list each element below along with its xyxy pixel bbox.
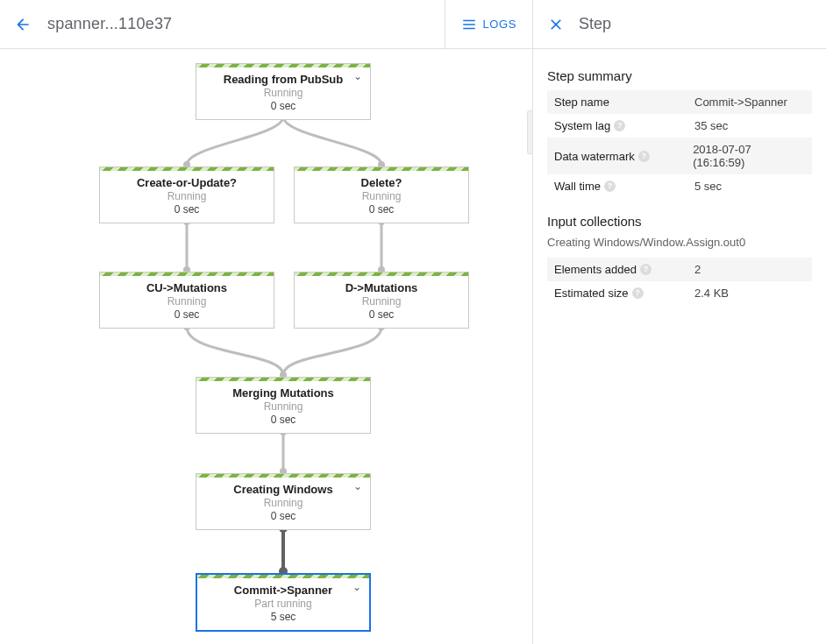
job-title: spanner...110e37 [47,15,172,33]
node-time: 0 sec [103,203,270,216]
node-name: CU->Mutations [103,281,270,294]
node-cu-mutations[interactable]: CU->Mutations Running 0 sec [99,272,274,329]
row-wall-time: Wall time? 5 sec [547,174,812,198]
panel-resize-handle[interactable] [527,110,532,154]
node-time: 5 sec [201,611,366,623]
node-status: Running [200,497,367,509]
row-estimated-size: Estimated size? 2.4 KB [547,281,812,305]
input-collections-title: Input collections [547,214,812,229]
logs-button-label: LOGS [482,18,516,31]
node-time: 0 sec [298,203,465,216]
node-status: Running [103,295,270,308]
panel-title: Step [579,15,611,33]
node-commit-spanner[interactable]: Commit->Spanner Part running 5 sec ⌄ [196,573,371,632]
close-icon[interactable] [547,16,565,33]
node-reading-from-pubsub[interactable]: Reading from PubSub Running 0 sec ⌄ [196,63,371,120]
node-time: 0 sec [298,308,465,321]
step-details-panel: Step summary Step name Commit->Spanner S… [532,49,826,644]
node-status: Running [200,87,367,99]
node-time: 0 sec [200,414,367,426]
help-icon[interactable]: ? [614,120,625,131]
node-d-mutations[interactable]: D->Mutations Running 0 sec [294,272,469,329]
node-name: Creating Windows [200,483,367,496]
chevron-down-icon[interactable]: ⌄ [351,69,365,83]
node-name: Delete? [298,176,465,189]
node-name: Create-or-Update? [103,176,270,189]
pipeline-graph[interactable]: Reading from PubSub Running 0 sec ⌄ Crea… [0,49,532,644]
logs-button[interactable]: LOGS [461,17,516,32]
node-status: Running [298,295,465,308]
row-elements-added: Elements added? 2 [547,258,812,281]
row-step-name: Step name Commit->Spanner [547,90,812,114]
node-time: 0 sec [200,510,367,522]
help-icon[interactable]: ? [604,180,616,192]
node-delete[interactable]: Delete? Running 0 sec [294,166,469,223]
node-time: 0 sec [103,308,270,321]
node-status: Running [298,190,465,202]
input-collection-name: Creating Windows/Window.Assign.out0 [547,236,812,249]
help-icon[interactable]: ? [638,151,650,162]
row-data-watermark: Data watermark? 2018-07-07 (16:16:59) [547,138,812,174]
help-icon[interactable]: ? [632,287,644,299]
chevron-down-icon[interactable]: ⌄ [351,479,365,493]
help-icon[interactable]: ? [640,264,652,275]
node-name: Merging Mutations [200,386,367,400]
node-name: D->Mutations [298,281,465,294]
chevron-down-icon[interactable]: ⌄ [350,580,364,594]
node-creating-windows[interactable]: Creating Windows Running 0 sec ⌄ [196,473,371,530]
node-merging-mutations[interactable]: Merging Mutations Running 0 sec [196,377,371,434]
node-status: Running [200,400,367,413]
row-system-lag: System lag? 35 sec [547,114,812,138]
node-status: Part running [201,598,366,610]
step-summary-title: Step summary [547,68,812,83]
node-create-or-update[interactable]: Create-or-Update? Running 0 sec [99,166,274,223]
node-name: Commit->Spanner [201,584,366,597]
back-arrow-icon[interactable] [14,16,32,33]
node-name: Reading from PubSub [200,73,367,86]
node-status: Running [103,190,270,202]
node-time: 0 sec [200,100,367,112]
